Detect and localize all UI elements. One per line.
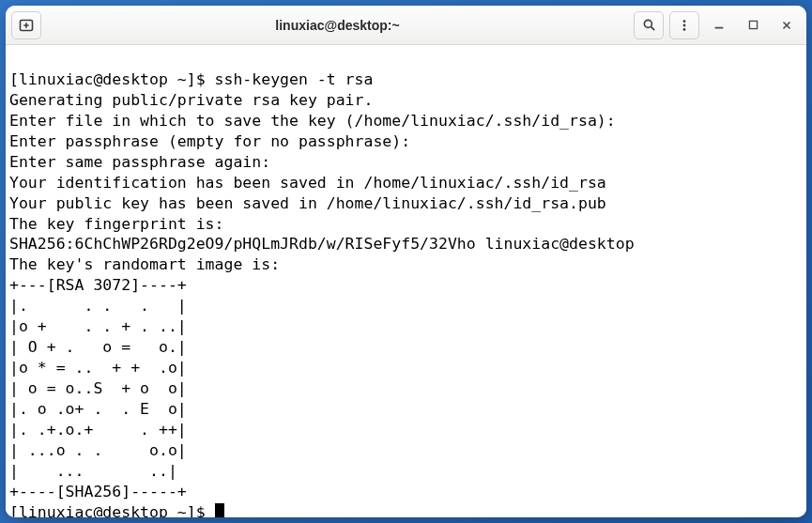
maximize-icon — [747, 19, 759, 31]
window-title: linuxiac@desktop:~ — [47, 18, 628, 33]
shell-command: ssh-keygen -t rsa — [215, 70, 374, 88]
terminal-line: |. . . . | — [9, 297, 187, 315]
shell-prompt: [linuxiac@desktop ~]$ — [9, 70, 215, 88]
terminal-line: | ...o . . o.o| — [9, 441, 187, 459]
terminal-line: The key's randomart image is: — [9, 255, 280, 273]
terminal-output[interactable]: [linuxiac@desktop ~]$ ssh-keygen -t rsa … — [6, 45, 806, 517]
menu-button[interactable] — [669, 11, 699, 39]
minimize-icon — [712, 19, 726, 32]
terminal-line: Generating public/private rsa key pair. — [9, 91, 373, 109]
terminal-line: Enter file in which to save the key (/ho… — [9, 112, 616, 130]
terminal-line: +---[RSA 3072]----+ — [9, 276, 187, 294]
terminal-line: Your public key has been saved in /home/… — [9, 194, 606, 212]
terminal-window: linuxiac@desktop:~ — [6, 6, 806, 517]
terminal-line: | O + . o = o.| — [9, 338, 187, 356]
terminal-line: |. o .o+ . . E o| — [9, 400, 187, 418]
kebab-menu-icon — [678, 19, 691, 32]
close-button[interactable] — [773, 11, 801, 39]
terminal-line: | ... ..| — [9, 462, 177, 480]
search-icon — [642, 18, 656, 32]
terminal-line: Your identification has been saved in /h… — [9, 174, 606, 192]
titlebar-left-group — [11, 11, 41, 39]
new-tab-icon — [19, 18, 34, 33]
svg-point-7 — [683, 27, 686, 30]
terminal-line: |o * = .. + + .o| — [9, 359, 187, 377]
search-button[interactable] — [634, 11, 664, 39]
titlebar: linuxiac@desktop:~ — [6, 6, 806, 45]
terminal-line: +----[SHA256]-----+ — [9, 483, 187, 500]
terminal-line: |o + . . + . ..| — [9, 317, 187, 335]
terminal-line: | o = o..S + o o| — [9, 379, 187, 397]
titlebar-right-group — [634, 11, 801, 39]
maximize-button[interactable] — [739, 11, 767, 39]
terminal-line: Enter same passphrase again: — [9, 153, 270, 171]
cursor-block — [215, 503, 224, 517]
terminal-line: Enter passphrase (empty for no passphras… — [9, 132, 410, 150]
terminal-line: |. .+.o.+ . ++| — [9, 421, 187, 438]
terminal-line: [linuxiac@desktop ~]$ ssh-keygen -t rsa — [9, 70, 373, 88]
terminal-line: SHA256:6ChChWP26RDg2eO9/pHQLmJRdb/w/RISe… — [9, 235, 635, 253]
svg-point-6 — [683, 23, 686, 26]
svg-line-4 — [651, 27, 653, 30]
svg-rect-9 — [749, 21, 757, 28]
terminal-line: [linuxiac@desktop ~]$ — [9, 503, 224, 517]
terminal-line: The key fingerprint is: — [9, 215, 223, 233]
new-tab-button[interactable] — [11, 11, 41, 39]
minimize-button[interactable] — [705, 11, 733, 39]
shell-prompt: [linuxiac@desktop ~]$ — [9, 503, 215, 517]
close-icon — [780, 19, 793, 32]
svg-point-5 — [683, 20, 686, 23]
